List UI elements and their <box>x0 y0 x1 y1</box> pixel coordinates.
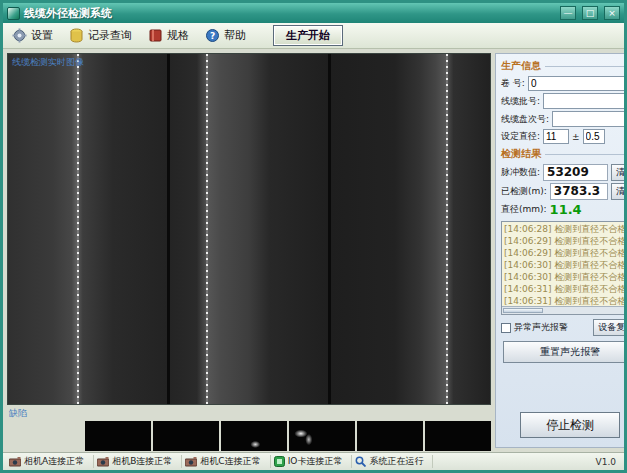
spec-button[interactable]: 规格 <box>145 26 192 45</box>
alarm-log-list[interactable]: [14:06:28] 检测到直径不合格 [14:06:29] 检测到直径不合格 … <box>501 221 627 315</box>
help-icon: ? <box>205 28 220 43</box>
cable-edge-highlight <box>77 54 79 404</box>
defect-thumbnail <box>289 421 355 451</box>
camera-area: 线缆检测实时图像 缺陷 <box>7 53 491 448</box>
tolerance-input[interactable] <box>583 129 605 144</box>
defect-thumbnail <box>153 421 219 451</box>
measured-length-value: 3783.3 <box>550 183 608 200</box>
diameter-label: 直径(mm): <box>501 203 547 216</box>
window-title: 线缆外径检测系统 <box>24 6 554 21</box>
camera-b-view <box>170 54 329 404</box>
reel-input[interactable] <box>528 76 627 91</box>
defect-thumbnail-row <box>85 421 491 451</box>
close-button[interactable]: × <box>604 6 620 20</box>
length-clear-button[interactable]: 清零 <box>611 183 627 200</box>
log-entry: [14:06:29] 检测到直径不合格 <box>504 235 626 247</box>
live-image-label: 线缆检测实时图像 <box>12 56 84 69</box>
gear-icon <box>12 28 27 43</box>
tray-label: 线缆盘次号: <box>501 113 549 126</box>
pulse-label: 脉冲数值: <box>501 166 540 179</box>
main-content: 线缆检测实时图像 缺陷 生产信息 卷 号: <box>3 49 624 452</box>
cable-edge-highlight <box>206 54 208 404</box>
log-entry: [14:06:30] 检测到直径不合格 <box>504 271 626 283</box>
defect-thumbnail <box>357 421 423 451</box>
log-entry: [14:06:31] 检测到直径不合格 <box>504 283 626 295</box>
camera-a-status-text: 相机A连接正常 <box>24 455 84 468</box>
help-label: 帮助 <box>224 28 246 43</box>
spec-label: 规格 <box>167 28 189 43</box>
alarm-checkbox[interactable] <box>501 323 511 333</box>
app-window: 线缆外径检测系统 — □ × 设置 记录查询 规格 ? <box>0 0 627 473</box>
io-card-status-text: IO卡连接正常 <box>288 455 343 468</box>
scrollbar-thumb[interactable] <box>503 308 543 313</box>
log-horizontal-scrollbar[interactable] <box>502 306 627 314</box>
system-running-status-text: 系统正在运行 <box>369 455 423 468</box>
diameter-value: 11.4 <box>550 202 582 217</box>
svg-text:?: ? <box>210 31 215 41</box>
set-diameter-input[interactable] <box>543 129 569 144</box>
magnifier-icon <box>355 456 366 467</box>
minimize-button[interactable]: — <box>560 6 576 20</box>
batch-select[interactable] <box>543 93 627 109</box>
tray-select[interactable] <box>552 111 627 127</box>
alarm-checkbox-label: 异常声光报警 <box>514 321 568 334</box>
defect-thumbnail <box>221 421 287 451</box>
camera-icon <box>97 457 109 467</box>
measured-length-label: 已检测(m): <box>501 185 547 198</box>
maximize-button[interactable]: □ <box>582 6 598 20</box>
camera-c-status-text: 相机C连接正常 <box>200 455 260 468</box>
defect-thumbnail <box>425 421 491 451</box>
reel-label: 卷 号: <box>501 77 525 90</box>
production-info-header: 生产信息 <box>501 59 627 73</box>
io-card-status: IO卡连接正常 <box>271 455 353 468</box>
control-panel: 生产信息 卷 号: 线缆批号: 线缆盘次号: 设定直径: ± <box>495 53 627 448</box>
settings-button[interactable]: 设置 <box>9 26 56 45</box>
system-running-status: 系统正在运行 <box>352 455 433 468</box>
log-entry: [14:06:28] 检测到直径不合格 <box>504 223 626 235</box>
stop-detection-button[interactable]: 停止检测 <box>520 412 620 438</box>
toolbar: 设置 记录查询 规格 ? 帮助 生产开始 <box>3 23 624 49</box>
defect-thumbnail <box>85 421 151 451</box>
spec-book-icon <box>148 28 163 43</box>
record-query-label: 记录查询 <box>88 28 132 43</box>
batch-label: 线缆批号: <box>501 95 540 108</box>
camera-a-status: 相机A连接正常 <box>9 455 94 468</box>
io-card-icon <box>274 456 285 467</box>
pulse-clear-button[interactable]: 清零 <box>611 164 627 181</box>
status-bar: 相机A连接正常 相机B连接正常 相机C连接正常 IO卡连接正常 系统正在运行 <box>3 452 624 470</box>
defect-label: 缺陷 <box>9 407 491 420</box>
camera-a-view <box>8 54 167 404</box>
log-entry: [14:06:30] 检测到直径不合格 <box>504 259 626 271</box>
device-reset-button[interactable]: 设备复位 <box>593 319 627 336</box>
app-icon <box>7 7 20 20</box>
pulse-value: 53209 <box>543 164 608 181</box>
title-bar: 线缆外径检测系统 — □ × <box>3 3 624 23</box>
log-entry: [14:06:29] 检测到直径不合格 <box>504 247 626 259</box>
production-start-button[interactable]: 生产开始 <box>273 25 343 46</box>
settings-label: 设置 <box>31 28 53 43</box>
camera-icon <box>185 457 197 467</box>
panel-spacer <box>501 366 627 412</box>
reset-alarm-button[interactable]: 重置声光报警 <box>503 341 627 363</box>
live-image-panel: 线缆检测实时图像 <box>7 53 491 405</box>
camera-c-status: 相机C连接正常 <box>182 455 270 468</box>
help-button[interactable]: ? 帮助 <box>202 26 249 45</box>
database-icon <box>69 28 84 43</box>
set-diameter-label: 设定直径: <box>501 130 540 143</box>
camera-b-status: 相机B连接正常 <box>94 455 182 468</box>
record-query-button[interactable]: 记录查询 <box>66 26 135 45</box>
result-header: 检测结果 <box>501 147 627 161</box>
cable-edge-highlight <box>446 54 448 404</box>
camera-b-status-text: 相机B连接正常 <box>112 455 172 468</box>
plus-minus-sign: ± <box>572 132 580 142</box>
version-text: V1.0 <box>596 457 618 467</box>
camera-c-view <box>331 54 490 404</box>
camera-icon <box>9 457 21 467</box>
